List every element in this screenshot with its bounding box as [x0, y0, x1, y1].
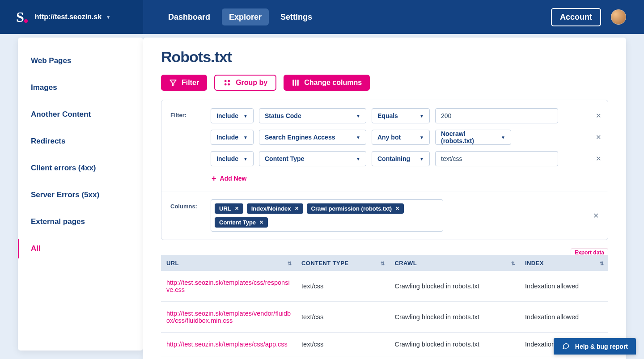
- columns-section-remove[interactable]: ✕: [593, 211, 599, 220]
- column-chip-crawl-permission[interactable]: Crawl permission (robots.txt) ✕: [307, 203, 404, 214]
- filter-row-remove[interactable]: ✕: [596, 133, 602, 141]
- svg-rect-6: [297, 80, 299, 86]
- account-button[interactable]: Account: [551, 8, 601, 26]
- row-crawl: Crawling blocked in robots.txt: [389, 333, 520, 356]
- chip-label: Index/Noindex: [251, 205, 291, 212]
- sidebar-item-all[interactable]: All: [18, 239, 143, 258]
- brand-area: S http://test.seozin.sk ▼: [0, 0, 143, 34]
- column-chip-index-noindex[interactable]: Index/Noindex ✕: [247, 203, 303, 214]
- filter-op-value: Containing: [377, 155, 410, 162]
- nav-dashboard[interactable]: Dashboard: [161, 8, 217, 25]
- site-switcher[interactable]: http://test.seozin.sk ▼: [35, 13, 110, 21]
- nav-settings[interactable]: Settings: [273, 8, 319, 25]
- chip-remove-icon[interactable]: ✕: [259, 220, 263, 225]
- col-content-type-label: CONTENT TYPE: [301, 260, 348, 266]
- caret-down-icon: ▼: [243, 156, 248, 161]
- row-url-link[interactable]: http://test.seozin.sk/templates/css/app.…: [166, 341, 288, 348]
- filter-value: 200: [441, 112, 451, 119]
- filter-value-select[interactable]: Nocrawl (robots.txt) ▼: [435, 130, 511, 145]
- logo-letter: S: [16, 9, 23, 25]
- add-filter-label: Add New: [220, 175, 247, 182]
- filter-op-select[interactable]: Containing ▼: [372, 151, 430, 166]
- svg-point-3: [228, 83, 230, 85]
- filter-field-select[interactable]: Search Engines Access ▼: [259, 130, 366, 145]
- row-url-link[interactable]: http://test.seozin.sk/templates/css/resp…: [166, 279, 291, 293]
- filter-value: text/css: [441, 155, 462, 162]
- caret-down-icon: ▼: [419, 156, 424, 161]
- row-content-type: text/css: [296, 271, 389, 302]
- row-crawl: Crawling blocked in robots.txt: [389, 271, 520, 302]
- filter-op-select[interactable]: Equals ▼: [372, 108, 430, 123]
- filter-value: Nocrawl (robots.txt): [441, 130, 496, 144]
- svg-point-1: [228, 80, 230, 82]
- filter-panel: Filter: Include ▼ Status Code ▼ Equals ▼: [161, 100, 608, 240]
- filter-field-value: Search Engines Access: [265, 134, 335, 141]
- sort-icon: ⇅: [381, 260, 385, 266]
- row-url-link[interactable]: http://test.seozin.sk/templates/vendor/f…: [166, 310, 291, 324]
- column-chip-url[interactable]: URL ✕: [215, 203, 243, 214]
- table-header-row: URL ⇅ CONTENT TYPE ⇅ CRAWL ⇅ INDEX ⇅: [161, 255, 608, 271]
- change-columns-button[interactable]: Change columns: [284, 75, 370, 91]
- filter-field-value: Status Code: [265, 112, 301, 119]
- sort-icon: ⇅: [511, 260, 515, 266]
- svg-point-0: [225, 80, 227, 82]
- sidebar-item-external-pages[interactable]: External pages: [18, 212, 143, 232]
- filter-op-select[interactable]: Any bot ▼: [372, 130, 430, 145]
- col-content-type[interactable]: CONTENT TYPE ⇅: [296, 255, 389, 271]
- caret-down-icon: ▼: [356, 135, 360, 140]
- topbar: S http://test.seozin.sk ▼ Dashboard Expl…: [0, 0, 644, 34]
- filter-row-remove[interactable]: ✕: [596, 112, 602, 120]
- col-index[interactable]: INDEX ⇅: [520, 255, 608, 271]
- caret-down-icon: ▼: [243, 114, 248, 118]
- col-index-label: INDEX: [525, 260, 544, 266]
- brand-logo: S: [16, 9, 28, 25]
- change-columns-button-label: Change columns: [304, 79, 362, 87]
- chip-remove-icon[interactable]: ✕: [395, 206, 399, 211]
- filter-row: Include ▼ Search Engines Access ▼ Any bo…: [211, 130, 599, 145]
- table-row: http://test.seozin.sk/templates/css/app.…: [161, 333, 608, 356]
- caret-down-icon: ▼: [501, 135, 505, 140]
- col-crawl[interactable]: CRAWL ⇅: [389, 255, 520, 271]
- chip-remove-icon[interactable]: ✕: [295, 206, 299, 211]
- group-by-button[interactable]: Group by: [214, 75, 276, 91]
- filter-field-select[interactable]: Content Type ▼: [259, 151, 366, 166]
- page-title: Robots.txt: [161, 48, 608, 66]
- sidebar-item-server-errors[interactable]: Server Errors (5xx): [18, 185, 143, 205]
- nav-explorer[interactable]: Explorer: [222, 8, 269, 25]
- filter-button[interactable]: Filter: [161, 75, 207, 91]
- chip-remove-icon[interactable]: ✕: [235, 206, 239, 211]
- group-by-button-label: Group by: [236, 79, 267, 87]
- filter-row: Include ▼ Content Type ▼ Containing ▼ te…: [211, 151, 599, 166]
- filter-include-select[interactable]: Include ▼: [211, 130, 254, 145]
- filter-rows: Include ▼ Status Code ▼ Equals ▼ 200 ✕: [211, 108, 599, 183]
- site-url: http://test.seozin.sk: [35, 13, 102, 21]
- filter-row-remove[interactable]: ✕: [596, 155, 602, 163]
- sidebar-item-web-pages[interactable]: Web Pages: [18, 51, 143, 71]
- filter-field-select[interactable]: Status Code ▼: [259, 108, 366, 123]
- filter-value-input[interactable]: 200: [435, 108, 558, 123]
- filter-include-select[interactable]: Include ▼: [211, 151, 254, 166]
- sort-icon: ⇅: [288, 260, 292, 266]
- results-table: URL ⇅ CONTENT TYPE ⇅ CRAWL ⇅ INDEX ⇅: [161, 255, 608, 356]
- col-url[interactable]: URL ⇅: [161, 255, 296, 271]
- filter-value-input[interactable]: text/css: [435, 151, 558, 166]
- filter-include-value: Include: [216, 112, 238, 119]
- sidebar-item-another-content[interactable]: Another Content: [18, 105, 143, 124]
- group-icon: [223, 79, 231, 87]
- column-chip-content-type[interactable]: Content Type ✕: [215, 217, 268, 228]
- avatar[interactable]: [611, 9, 626, 25]
- columns-icon: [292, 79, 300, 87]
- filter-include-select[interactable]: Include ▼: [211, 108, 254, 123]
- add-filter-button[interactable]: + Add New: [211, 173, 246, 182]
- row-content-type: text/css: [296, 333, 389, 356]
- columns-chip-box[interactable]: URL ✕ Index/Noindex ✕ Crawl permission (…: [211, 199, 443, 232]
- sidebar-item-images[interactable]: Images: [18, 78, 143, 97]
- columns-section-label: Columns:: [170, 199, 202, 210]
- svg-point-2: [225, 83, 227, 85]
- filter-row: Include ▼ Status Code ▼ Equals ▼ 200 ✕: [211, 108, 599, 123]
- sidebar-item-redirects[interactable]: Redirects: [18, 131, 143, 151]
- help-widget[interactable]: Help & bug report: [554, 338, 636, 355]
- help-widget-label: Help & bug report: [575, 343, 628, 350]
- col-crawl-label: CRAWL: [394, 260, 417, 266]
- sidebar-item-client-errors[interactable]: Client errors (4xx): [18, 158, 143, 178]
